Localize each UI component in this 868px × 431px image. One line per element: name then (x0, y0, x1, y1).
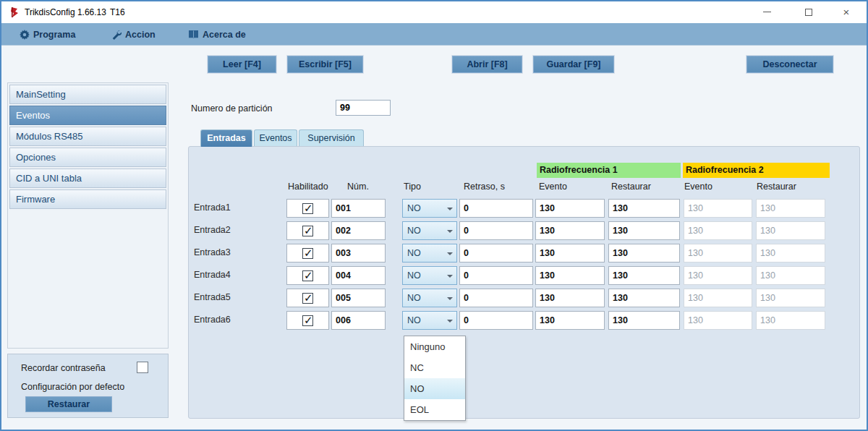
row-5-num-input[interactable] (332, 312, 385, 329)
row-0-num-input[interactable] (332, 200, 385, 217)
row-2-rf1-evento-input[interactable] (536, 244, 604, 262)
row-2-num-input[interactable] (332, 244, 385, 262)
col-header-retraso: Retraso, s (464, 182, 505, 192)
tab-supervision[interactable]: Supervisión (299, 129, 364, 147)
row-1-rf2-restaurar-cell (756, 221, 825, 240)
entradas-panel: Radiofrecuencia 1 Radiofrecuencia 2 Habi… (188, 146, 860, 419)
row-2-tipo-select[interactable]: NO (402, 244, 457, 263)
maximize-button[interactable] (793, 1, 825, 23)
row-2-retraso-input[interactable] (460, 244, 532, 262)
col-header-rf1-evento: Evento (539, 182, 567, 192)
row-5-tipo-select[interactable]: NO (402, 311, 457, 330)
col-header-rf2-restaurar: Restaurar (757, 182, 796, 192)
row-1-rf2-evento-input (684, 222, 752, 239)
sidebar-item-opciones[interactable]: Opciones (9, 148, 166, 167)
row-1-checkbox[interactable] (302, 226, 313, 236)
menu-acerca-de[interactable]: Acerca de (188, 23, 246, 46)
password-config-panel: Recordar contraseña Configuración por de… (7, 354, 169, 418)
partition-number-input[interactable] (336, 100, 391, 116)
row-3-retraso-input[interactable] (460, 267, 532, 284)
titlebar: TrikdisConfig 1.66.13 T16 × (1, 1, 867, 23)
sidebar-item-firmware[interactable]: Firmware (9, 189, 166, 209)
row-0-rf1-restaurar-input[interactable] (609, 200, 679, 217)
chevron-down-icon (447, 230, 453, 233)
read-button[interactable]: Leer [F4] (208, 56, 276, 73)
table-row: Entrada3 NO (189, 242, 859, 265)
sidebar-item-eventos[interactable]: Eventos (9, 106, 166, 125)
table-row: Entrada2 NO (189, 220, 859, 242)
row-2-checkbox[interactable] (302, 248, 313, 259)
sidebar-item-mainsetting[interactable]: MainSetting (9, 85, 166, 104)
row-1-rf1-evento-input[interactable] (536, 222, 604, 239)
row-0-rf1-restaurar-cell (608, 199, 680, 218)
chevron-down-icon (447, 208, 453, 210)
row-5-retraso-input[interactable] (460, 312, 532, 329)
dropdown-option-no[interactable]: NO (404, 378, 465, 399)
row-4-retraso-input[interactable] (460, 289, 532, 307)
remember-password-label: Recordar contraseña (21, 363, 106, 373)
row-4-tipo-select[interactable]: NO (402, 289, 457, 307)
row-3-rf1-restaurar-input[interactable] (609, 267, 679, 284)
row-4-retraso-cell (459, 289, 533, 307)
write-button[interactable]: Escribir [F5] (287, 56, 363, 73)
row-0-checkbox[interactable] (302, 203, 313, 214)
row-4-rf1-evento-input[interactable] (536, 289, 604, 307)
row-3-num-input[interactable] (332, 267, 385, 284)
open-button[interactable]: Abrir [F8] (452, 56, 522, 73)
row-0-checkbox-cell (286, 199, 329, 218)
row-2-rf2-restaurar-cell (756, 244, 825, 263)
row-4-rf1-evento-cell (535, 289, 605, 307)
disconnect-button[interactable]: Desconectar (746, 56, 833, 73)
row-3-rf1-restaurar-cell (608, 266, 680, 285)
partition-number-label: Numero de partición (191, 103, 273, 114)
row-2-num-cell (331, 244, 386, 263)
menubar: Programa Accion Acerca de (1, 23, 867, 46)
dropdown-option-ninguno[interactable]: Ninguno (404, 336, 465, 357)
row-2-rf2-evento-input (684, 244, 752, 262)
row-2-rf1-restaurar-cell (608, 244, 680, 263)
row-3-tipo-select[interactable]: NO (402, 266, 457, 285)
row-1-rf1-restaurar-input[interactable] (609, 222, 679, 239)
dropdown-option-nc[interactable]: NC (404, 357, 465, 378)
row-1-num-cell (331, 221, 386, 240)
row-0-retraso-input[interactable] (460, 200, 532, 217)
radiofrecuencia-1-header: Radiofrecuencia 1 (537, 163, 681, 178)
tab-entradas[interactable]: Entradas (200, 129, 252, 147)
row-1-num-input[interactable] (332, 222, 385, 239)
remember-password-checkbox[interactable] (137, 362, 148, 373)
row-3-checkbox[interactable] (302, 270, 313, 281)
row-4-rf1-restaurar-input[interactable] (609, 289, 679, 307)
dropdown-option-eol[interactable]: EOL (404, 399, 465, 420)
row-5-checkbox[interactable] (302, 315, 313, 326)
row-1-tipo-select[interactable]: NO (402, 221, 457, 240)
col-header-habilitado: Habilitado (288, 182, 328, 192)
sidebar: MainSetting Eventos Módulos RS485 Opcion… (7, 82, 169, 349)
sidebar-item-cid-a-uni-tabla[interactable]: CID a UNI tabla (9, 168, 166, 188)
row-0-tipo-select[interactable]: NO (402, 199, 457, 218)
row-4-checkbox-cell (286, 289, 329, 307)
chevron-down-icon (447, 297, 453, 300)
radiofrecuencia-2-header: Radiofrecuencia 2 (683, 163, 830, 178)
menu-accion[interactable]: Accion (111, 23, 156, 46)
tab-eventos[interactable]: Eventos (254, 129, 297, 147)
save-button[interactable]: Guardar [F9] (533, 56, 614, 73)
row-3-rf2-restaurar-input (757, 267, 825, 284)
menu-accion-label: Accion (125, 30, 156, 40)
menu-programa[interactable]: Programa (20, 23, 75, 46)
row-1-retraso-input[interactable] (460, 222, 532, 239)
row-1-rf1-restaurar-cell (608, 221, 680, 240)
row-0-rf1-evento-input[interactable] (536, 200, 604, 217)
restore-button[interactable]: Restaurar (25, 396, 112, 412)
row-2-rf1-restaurar-input[interactable] (609, 244, 679, 262)
row-0-retraso-cell (459, 199, 533, 218)
sidebar-item-modulos-rs485[interactable]: Módulos RS485 (9, 127, 166, 146)
row-4-num-input[interactable] (332, 289, 385, 307)
row-3-rf2-evento-cell (684, 266, 752, 285)
row-3-num-cell (331, 266, 386, 285)
row-4-checkbox[interactable] (302, 293, 313, 304)
row-5-rf1-evento-input[interactable] (536, 312, 604, 329)
close-button[interactable]: × (830, 1, 862, 23)
row-5-rf1-restaurar-input[interactable] (609, 312, 679, 329)
row-3-rf1-evento-input[interactable] (536, 267, 604, 284)
minimize-button[interactable] (751, 1, 783, 23)
